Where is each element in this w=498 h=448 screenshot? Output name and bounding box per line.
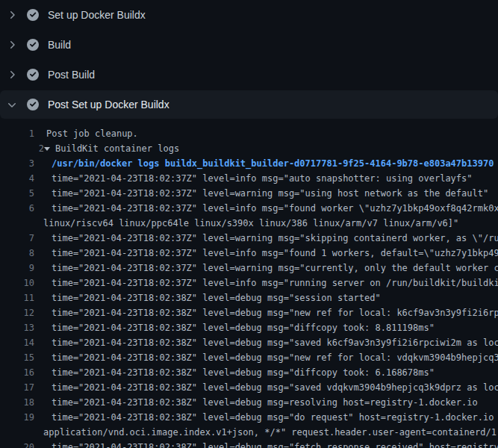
- log-line: 20 time="2021-04-23T18:02:38Z" level=deb…: [0, 440, 498, 448]
- log-line: 5 time="2021-04-23T18:02:37Z" level=warn…: [0, 186, 498, 201]
- log-container: 1 Post job cleanup. 2 BuildKit container…: [0, 119, 498, 448]
- log-line: 13 time="2021-04-23T18:02:38Z" level=deb…: [0, 320, 498, 335]
- log-line-number[interactable]: [0, 425, 34, 440]
- log-line-text: application/vnd.oci.image.index.v1+json,…: [43, 425, 498, 440]
- log-line: application/vnd.oci.image.index.v1+json,…: [0, 425, 498, 440]
- step-label: Post Set up Docker Buildx: [48, 99, 169, 111]
- log-line-number[interactable]: 19: [0, 410, 34, 425]
- log-line-text: time="2021-04-23T18:02:38Z" level=debug …: [52, 380, 498, 395]
- log-line-number[interactable]: 18: [0, 395, 34, 410]
- check-circle-icon: [27, 69, 39, 81]
- check-circle-icon: [27, 9, 39, 21]
- log-line-text: /usr/bin/docker logs buildx_buildkit_bui…: [52, 156, 494, 171]
- log-line-text: time="2021-04-23T18:02:38Z" level=debug …: [52, 350, 498, 365]
- log-line-number[interactable]: 3: [0, 156, 34, 171]
- triangle-down-icon: [44, 147, 50, 151]
- log-line-text: time="2021-04-23T18:02:38Z" level=debug …: [52, 305, 498, 320]
- log-line-number[interactable]: 6: [0, 201, 34, 216]
- log-line: 14 time="2021-04-23T18:02:38Z" level=deb…: [0, 335, 498, 350]
- log-line-text: time="2021-04-23T18:02:37Z" level=warnin…: [52, 261, 498, 276]
- log-line-number[interactable]: 20: [0, 440, 34, 448]
- log-line-number[interactable]: 2: [10, 141, 44, 156]
- step-label: Set up Docker Buildx: [48, 9, 146, 21]
- log-line-number[interactable]: 17: [0, 380, 34, 395]
- log-line-text: linux/riscv64 linux/ppc64le linux/s390x …: [43, 216, 458, 231]
- step-row-post-set-up-docker-buildx[interactable]: Post Set up Docker Buildx: [0, 90, 498, 119]
- step-label: Build: [48, 39, 71, 51]
- log-line-text: time="2021-04-23T18:02:38Z" level=debug …: [52, 290, 381, 305]
- log-line: 12 time="2021-04-23T18:02:38Z" level=deb…: [0, 305, 498, 320]
- check-circle-icon: [27, 99, 39, 111]
- log-line: 18 time="2021-04-23T18:02:38Z" level=deb…: [0, 395, 498, 410]
- workflow-log-viewer: Set up Docker Buildx Build P: [0, 0, 498, 448]
- log-line-text: time="2021-04-23T18:02:38Z" level=debug …: [52, 320, 435, 335]
- check-circle-icon: [27, 39, 39, 51]
- log-line: 8 time="2021-04-23T18:02:37Z" level=info…: [0, 246, 498, 261]
- log-line-text: time="2021-04-23T18:02:37Z" level=info m…: [52, 201, 498, 216]
- log-line: 6 time="2021-04-23T18:02:37Z" level=info…: [0, 201, 498, 216]
- log-line: 11 time="2021-04-23T18:02:38Z" level=deb…: [0, 290, 498, 305]
- log-line-number[interactable]: 9: [0, 261, 34, 276]
- log-line: 15 time="2021-04-23T18:02:38Z" level=deb…: [0, 350, 498, 365]
- log-line-text: time="2021-04-23T18:02:38Z" level=debug …: [52, 440, 498, 448]
- step-row-build[interactable]: Build: [0, 30, 498, 60]
- log-line-number[interactable]: 7: [0, 231, 34, 246]
- chevron-right-icon: [6, 9, 18, 21]
- chevron-right-icon: [6, 69, 18, 81]
- step-row-set-up-docker-buildx[interactable]: Set up Docker Buildx: [0, 0, 498, 30]
- log-line-number[interactable]: 16: [0, 365, 34, 380]
- log-line: 9 time="2021-04-23T18:02:37Z" level=warn…: [0, 261, 498, 276]
- log-line-number[interactable]: 8: [0, 246, 34, 261]
- log-line-number[interactable]: 15: [0, 350, 34, 365]
- log-line-text: time="2021-04-23T18:02:37Z" level=info m…: [52, 276, 498, 290]
- log-line: 2 BuildKit container logs: [10, 141, 498, 156]
- log-line-text: time="2021-04-23T18:02:38Z" level=debug …: [52, 410, 498, 425]
- log-line-text[interactable]: BuildKit container logs: [55, 141, 179, 156]
- log-line: 16 time="2021-04-23T18:02:38Z" level=deb…: [0, 365, 498, 380]
- log-line: 19 time="2021-04-23T18:02:38Z" level=deb…: [0, 410, 498, 425]
- chevron-down-icon: [6, 99, 18, 111]
- log-line-text: time="2021-04-23T18:02:38Z" level=debug …: [52, 395, 478, 410]
- log-line-text: Post job cleanup.: [46, 126, 138, 141]
- log-line: linux/riscv64 linux/ppc64le linux/s390x …: [0, 216, 498, 231]
- log-line-number[interactable]: [0, 216, 34, 231]
- log-line-text: time="2021-04-23T18:02:38Z" level=debug …: [52, 365, 435, 380]
- step-label: Post Build: [48, 69, 95, 81]
- log-line-number[interactable]: 13: [0, 320, 34, 335]
- log-line-number[interactable]: 10: [0, 276, 34, 290]
- steps-list: Set up Docker Buildx Build P: [0, 0, 498, 119]
- step-row-post-build[interactable]: Post Build: [0, 60, 498, 90]
- log-line-text: time="2021-04-23T18:02:37Z" level=warnin…: [52, 186, 488, 201]
- chevron-right-icon: [6, 39, 18, 51]
- log-line-number[interactable]: 1: [0, 126, 34, 141]
- log-line-number[interactable]: 14: [0, 335, 34, 350]
- log-line: 3 /usr/bin/docker logs buildx_buildkit_b…: [0, 156, 498, 171]
- log-line: 10 time="2021-04-23T18:02:37Z" level=inf…: [0, 276, 498, 290]
- log-line-text: time="2021-04-23T18:02:37Z" level=info m…: [52, 171, 473, 186]
- log-line-number[interactable]: 11: [0, 290, 34, 305]
- log-line-number[interactable]: 12: [0, 305, 34, 320]
- log-line: 1 Post job cleanup.: [0, 126, 498, 141]
- log-line-number[interactable]: 4: [0, 171, 34, 186]
- log-line: 7 time="2021-04-23T18:02:37Z" level=warn…: [0, 231, 498, 246]
- log-line: 17 time="2021-04-23T18:02:38Z" level=deb…: [0, 380, 498, 395]
- log-line-text: time="2021-04-23T18:02:37Z" level=info m…: [52, 246, 498, 261]
- log-line-text: time="2021-04-23T18:02:37Z" level=warnin…: [52, 231, 498, 246]
- log-line: 4 time="2021-04-23T18:02:37Z" level=info…: [0, 171, 498, 186]
- log-line-text: time="2021-04-23T18:02:38Z" level=debug …: [52, 335, 498, 350]
- log-line-number[interactable]: 5: [0, 186, 34, 201]
